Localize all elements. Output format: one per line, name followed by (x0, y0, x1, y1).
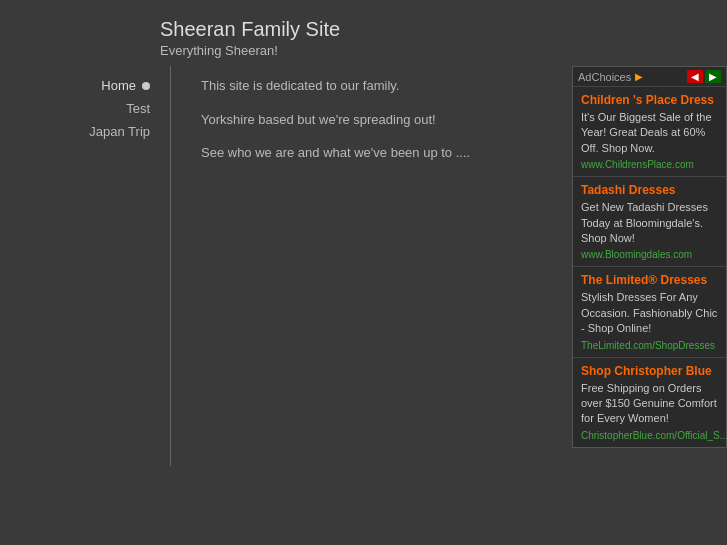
site-subtitle: Everything Sheeran! (160, 43, 727, 58)
ad-title-1[interactable]: Tadashi Dresses (581, 183, 718, 197)
ad-item-1: Tadashi Dresses Get New Tadashi Dresses … (573, 177, 726, 267)
ad-next-button[interactable]: ▶ (705, 70, 721, 83)
ad-nav-buttons: ◀ ▶ (687, 70, 721, 83)
intro-paragraph-2: Yorkshire based but we're spreading out! (201, 110, 481, 130)
ad-desc-3: Free Shipping on Orders over $150 Genuin… (581, 381, 718, 427)
sidebar-item-label: Test (126, 101, 150, 116)
sidebar-item-label: Japan Trip (89, 124, 150, 139)
ad-panel: AdChoices ▶ ◀ ▶ Children 's Place Dress … (572, 66, 727, 448)
ad-item-0: Children 's Place Dress It's Our Biggest… (573, 87, 726, 177)
ad-title-3[interactable]: Shop Christopher Blue (581, 364, 718, 378)
ad-desc-1: Get New Tadashi Dresses Today at Bloomin… (581, 200, 718, 246)
sidebar-item-home[interactable]: Home (60, 76, 150, 95)
sidebar-item-test[interactable]: Test (60, 99, 150, 118)
main-layout: Home Test Japan Trip This site is dedica… (0, 66, 727, 466)
ad-title-0[interactable]: Children 's Place Dress (581, 93, 718, 107)
site-title: Sheeran Family Site (160, 18, 727, 41)
ad-item-2: The Limited® Dresses Stylish Dresses For… (573, 267, 726, 357)
sidebar: Home Test Japan Trip (60, 66, 160, 466)
adchoices-label: AdChoices (578, 71, 631, 83)
ad-item-3: Shop Christopher Blue Free Shipping on O… (573, 358, 726, 447)
adchoices-icon: ▶ (635, 71, 643, 82)
ad-desc-2: Stylish Dresses For Any Occasion. Fashio… (581, 290, 718, 336)
ad-header: AdChoices ▶ ◀ ▶ (573, 67, 726, 87)
ad-url-0[interactable]: www.ChildrensPlace.com (581, 159, 718, 170)
ad-title-2[interactable]: The Limited® Dresses (581, 273, 718, 287)
main-content: This site is dedicated to our family. Yo… (181, 66, 501, 466)
sidebar-item-japan[interactable]: Japan Trip (60, 122, 150, 141)
header: Sheeran Family Site Everything Sheeran! (0, 0, 727, 66)
sidebar-divider (170, 66, 171, 466)
ad-desc-0: It's Our Biggest Sale of the Year! Great… (581, 110, 718, 156)
sidebar-nav: Home Test Japan Trip (60, 76, 150, 141)
ad-url-3[interactable]: ChristopherBlue.com/Official_S... (581, 430, 718, 441)
ad-url-2[interactable]: TheLimited.com/ShopDresses (581, 340, 718, 351)
ad-prev-button[interactable]: ◀ (687, 70, 703, 83)
sidebar-item-label: Home (101, 78, 136, 93)
ad-url-1[interactable]: www.Bloomingdales.com (581, 249, 718, 260)
intro-paragraph-1: This site is dedicated to our family. (201, 76, 481, 96)
nav-active-dot (142, 82, 150, 90)
intro-paragraph-3: See who we are and what we've been up to… (201, 143, 481, 163)
